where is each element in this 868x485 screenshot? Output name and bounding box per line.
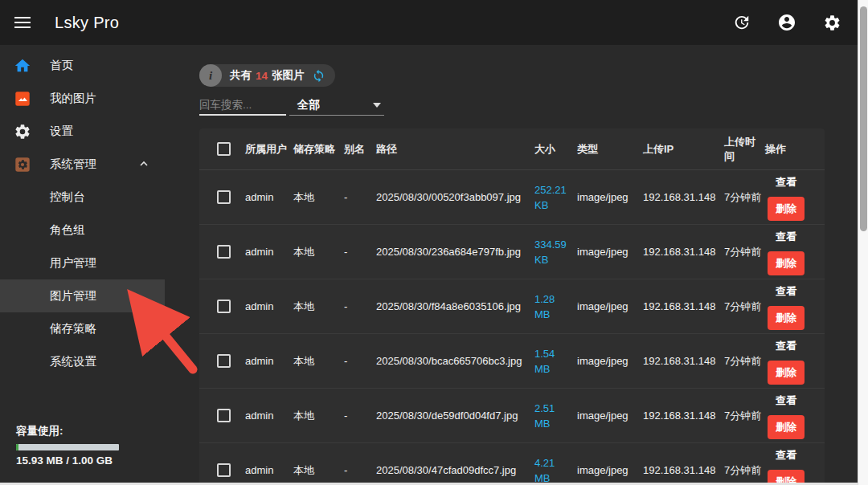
gear-icon xyxy=(13,122,32,141)
cell-time: 7分钟前 xyxy=(724,463,765,478)
history-update-icon[interactable] xyxy=(730,10,754,35)
cell-user: admin xyxy=(245,355,293,367)
image-count: 14 xyxy=(256,70,268,82)
cell-path: 2025/08/30/47cfad09dfcc7.jpg xyxy=(376,464,534,476)
refresh-sync-icon[interactable] xyxy=(312,69,326,83)
system-manage-icon xyxy=(13,155,32,174)
settings-icon[interactable] xyxy=(820,10,844,35)
delete-button[interactable]: 删除 xyxy=(768,361,805,385)
delete-button[interactable]: 删除 xyxy=(768,197,805,221)
table-row: admin 本地 - 2025/08/30/f84a8e6035106.jpg … xyxy=(199,279,825,334)
capacity-label: 容量使用: xyxy=(16,424,145,438)
images-icon xyxy=(13,89,32,108)
cell-ip: 192.168.31.148 xyxy=(643,300,724,312)
sidebar-subitem[interactable]: 控制台 xyxy=(0,181,165,214)
menu-icon[interactable] xyxy=(6,6,39,39)
row-checkbox[interactable] xyxy=(217,463,231,477)
cell-size: 334.59 KB xyxy=(534,237,577,267)
cell-actions: 查看 删除 xyxy=(765,392,807,439)
filter-select[interactable]: 全部 xyxy=(289,95,384,116)
cell-alias: - xyxy=(344,246,376,258)
count-prefix: 共有 xyxy=(230,68,252,83)
sidebar-submenu: 控制台 角色组 用户管理 图片管理 储存策略 系统设置 xyxy=(0,181,165,378)
view-button[interactable]: 查看 xyxy=(772,392,800,410)
sidebar-subitem[interactable]: 系统设置 xyxy=(0,345,165,378)
cell-user: admin xyxy=(245,191,293,203)
delete-button[interactable]: 删除 xyxy=(768,306,805,330)
col-user: 所属用户 xyxy=(245,142,293,157)
sidebar-item-system-manage[interactable]: 系统管理 xyxy=(0,148,165,181)
sidebar-subitem-label: 系统设置 xyxy=(50,354,96,369)
sidebar-item-my-images[interactable]: 我的图片 xyxy=(0,82,165,115)
view-button[interactable]: 查看 xyxy=(772,337,800,355)
image-count-chip: i 共有 14 张图片 xyxy=(199,64,335,87)
row-checkbox[interactable] xyxy=(217,300,231,313)
cell-path: 2025/08/30/00520f3abb097.jpg xyxy=(376,191,534,203)
capacity-value: 15.93 MB / 1.00 GB xyxy=(16,454,145,467)
cell-ip: 192.168.31.148 xyxy=(643,246,724,258)
cell-policy: 本地 xyxy=(293,409,344,423)
cell-policy: 本地 xyxy=(293,245,344,259)
view-button[interactable]: 查看 xyxy=(772,228,800,246)
cell-alias: - xyxy=(344,191,376,203)
cell-time: 7分钟前 xyxy=(724,409,765,423)
view-button[interactable]: 查看 xyxy=(772,283,800,300)
select-all-checkbox[interactable] xyxy=(217,142,231,156)
sidebar: 首页 我的图片 设置 系统管理 xyxy=(0,45,165,485)
sidebar-item-settings[interactable]: 设置 xyxy=(0,115,165,148)
view-button[interactable]: 查看 xyxy=(772,446,800,464)
cell-policy: 本地 xyxy=(293,354,344,369)
sidebar-subitem-label: 用户管理 xyxy=(50,255,96,271)
cell-user: admin xyxy=(245,300,293,312)
col-path: 路径 xyxy=(376,142,534,157)
images-table: 所属用户 储存策略 别名 路径 大小 类型 上传IP 上传时间 操作 admin… xyxy=(199,128,825,485)
view-button[interactable]: 查看 xyxy=(772,173,800,191)
col-ip: 上传IP xyxy=(643,142,724,157)
cell-type: image/jpeg xyxy=(577,191,643,203)
col-actions: 操作 xyxy=(765,142,807,157)
delete-button[interactable]: 删除 xyxy=(768,415,805,439)
cell-time: 7分钟前 xyxy=(724,245,765,259)
sidebar-subitem[interactable]: 用户管理 xyxy=(0,247,165,279)
search-input[interactable] xyxy=(199,95,286,116)
table-body: admin 本地 - 2025/08/30/00520f3abb097.jpg … xyxy=(199,170,825,485)
sidebar-subitem[interactable]: 角色组 xyxy=(0,214,165,247)
chevron-down-icon xyxy=(373,103,381,108)
sidebar-subitem[interactable]: 储存策略 xyxy=(0,312,165,345)
cell-user: admin xyxy=(245,464,293,476)
cell-size: 1.28 MB xyxy=(534,291,577,322)
sidebar-item-label: 系统管理 xyxy=(50,157,96,172)
cell-ip: 192.168.31.148 xyxy=(643,191,724,203)
sidebar-item-label: 我的图片 xyxy=(50,91,96,106)
page-scrollbar[interactable] xyxy=(858,0,868,485)
delete-button[interactable]: 删除 xyxy=(768,251,805,275)
sidebar-subitem[interactable]: 图片管理 xyxy=(0,279,165,312)
cell-type: image/jpeg xyxy=(577,246,643,258)
scrollbar-thumb[interactable] xyxy=(860,6,867,231)
sidebar-subitem-label: 控制台 xyxy=(50,190,85,205)
cell-ip: 192.168.31.148 xyxy=(643,355,724,367)
home-icon xyxy=(13,56,32,75)
col-alias: 别名 xyxy=(344,142,376,157)
filter-selected-value: 全部 xyxy=(297,98,320,112)
cell-size: 1.54 MB xyxy=(534,346,577,377)
cell-path: 2025/08/30/de59df0d04fd7.jpg xyxy=(376,410,534,422)
table-row: admin 本地 - 2025/08/30/bcac665706bc3.jpg … xyxy=(199,334,825,389)
cell-size: 2.51 MB xyxy=(534,401,577,431)
cell-alias: - xyxy=(344,464,376,476)
row-checkbox[interactable] xyxy=(217,245,231,259)
sidebar-item-home[interactable]: 首页 xyxy=(0,49,165,82)
row-checkbox[interactable] xyxy=(217,409,231,422)
cell-alias: - xyxy=(344,410,376,422)
row-checkbox[interactable] xyxy=(217,190,231,204)
row-checkbox[interactable] xyxy=(217,354,231,368)
app-window: Lsky Pro 首页 xyxy=(0,0,868,485)
sidebar-subitem-label: 储存策略 xyxy=(50,321,96,336)
sidebar-subitem-label: 角色组 xyxy=(50,222,85,238)
account-icon[interactable] xyxy=(775,10,799,35)
cell-policy: 本地 xyxy=(293,463,344,478)
cell-type: image/jpeg xyxy=(577,300,643,312)
chevron-up-icon[interactable] xyxy=(137,157,150,173)
app-title: Lsky Pro xyxy=(55,14,119,32)
sidebar-item-label: 首页 xyxy=(50,58,73,73)
